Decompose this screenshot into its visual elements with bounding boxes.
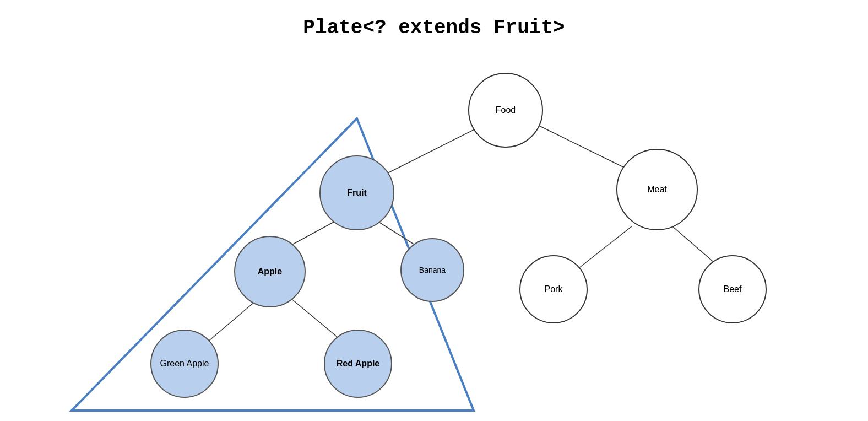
node-apple: Apple: [234, 236, 306, 307]
node-banana: Banana: [400, 238, 464, 302]
node-red-apple: Red Apple: [324, 330, 392, 398]
node-fruit: Fruit: [319, 155, 394, 230]
node-beef: Beef: [698, 255, 767, 323]
svg-line-8: [203, 299, 258, 346]
diagram-svg: [0, 0, 868, 421]
node-pork: Pork: [519, 255, 588, 323]
node-meat: Meat: [616, 149, 698, 230]
node-food: Food: [468, 73, 543, 148]
svg-line-4: [573, 226, 632, 273]
page-title: Plate<? extends Fruit>: [303, 17, 565, 39]
node-green-apple: Green Apple: [150, 330, 219, 398]
